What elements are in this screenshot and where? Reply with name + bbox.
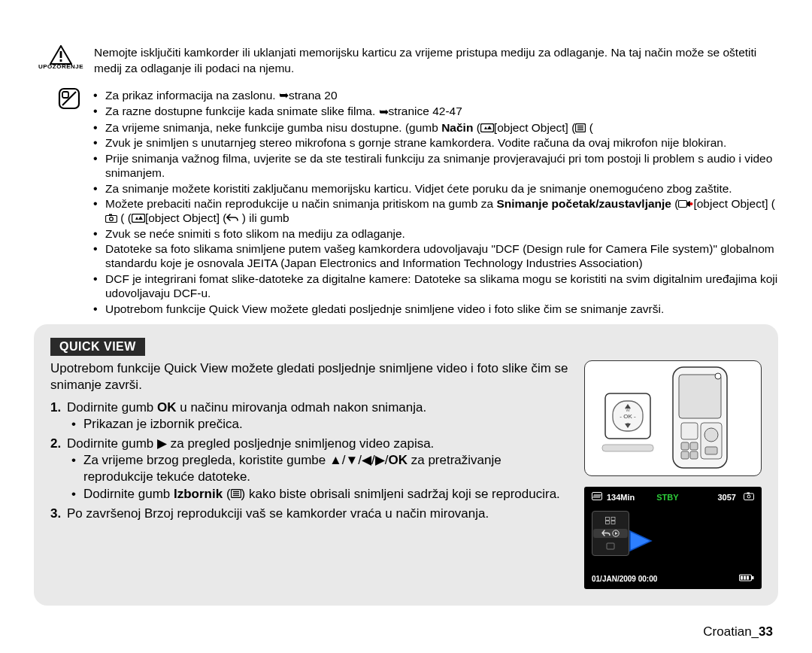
step-2-sub1: Za vrijeme brzog pregleda, koristite gum…: [67, 452, 574, 485]
back-icon: [226, 214, 238, 223]
note-ref: strana 20: [289, 89, 338, 102]
lcd-menu-row: [606, 542, 615, 550]
svg-rect-6: [480, 123, 493, 132]
svg-point-49: [747, 495, 750, 498]
note-text: Prije snimanja važnog filma, uvjerite se…: [105, 152, 772, 179]
note-text: Za vrijeme snimanja, neke funkcije gumba…: [105, 121, 441, 134]
warning-icon: [50, 45, 72, 65]
note-item: Za snimanje možete koristiti zaključanu …: [90, 181, 778, 196]
illustration-column: - OK - W T: [584, 360, 762, 589]
note-item: Zvuk je snimljen s unutarnjeg stereo mik…: [90, 135, 778, 150]
svg-rect-59: [752, 576, 754, 579]
svg-rect-50: [606, 517, 610, 520]
mode-icon: [480, 123, 494, 132]
menu-icon: [231, 489, 241, 498]
svg-point-39: [704, 428, 718, 442]
warning-text: Nemojte isključiti kamkorder ili uklanja…: [94, 45, 778, 77]
note-text: Datoteke sa foto slikama snimljene putem…: [105, 242, 774, 269]
svg-text:- OK -: - OK -: [620, 413, 636, 420]
menu-icon: [575, 123, 586, 132]
play-arrow-icon: [629, 530, 654, 554]
svg-rect-43: [681, 451, 689, 459]
lcd-screen: 134Min STBY 3057: [584, 487, 762, 589]
note-text: Zvuk se neće snimiti s foto slikom na me…: [105, 227, 405, 240]
svg-rect-33: [602, 445, 653, 451]
note-text: Upotrebom funkcije Quick View možete gle…: [105, 302, 664, 315]
mode-icon: [132, 214, 145, 223]
svg-text:W: W: [626, 408, 630, 412]
lcd-count: 3057: [718, 493, 736, 502]
svg-rect-51: [611, 517, 615, 520]
notes-block: Za prikaz informacija na zaslonu. ➥stran…: [34, 87, 778, 317]
svg-rect-48: [747, 493, 750, 494]
back-icon: [601, 530, 611, 537]
step-1: 1. Dodirnite gumb OK u načinu mirovanja …: [50, 399, 574, 433]
note-item: Za razne dostupne funkcije kada snimate …: [90, 104, 778, 120]
svg-marker-14: [687, 201, 690, 207]
note-item: Za vrijeme snimanja, neke funkcije gumba…: [90, 120, 778, 135]
note-item: Za prikaz informacija na zaslonu. ➥stran…: [90, 88, 778, 104]
svg-rect-13: [679, 200, 687, 207]
svg-rect-40: [705, 447, 717, 454]
svg-rect-44: [690, 451, 698, 459]
note-ref: stranice 42-47: [389, 105, 462, 117]
notes-list: Za prikaz informacija na zaslonu. ➥stran…: [90, 87, 778, 317]
battery-icon: [739, 574, 754, 582]
svg-rect-41: [681, 442, 689, 450]
svg-rect-53: [611, 521, 615, 524]
footer-page-number: 33: [759, 624, 773, 639]
pointer-icon: ➥: [279, 88, 289, 102]
camera-icon: [744, 492, 754, 500]
svg-rect-19: [132, 214, 144, 223]
svg-rect-42: [690, 442, 698, 450]
note-item: Prije snimanja važnog filma, uvjerite se…: [90, 151, 778, 181]
svg-rect-16: [106, 216, 117, 223]
svg-rect-37: [681, 423, 698, 439]
lcd-bottom-bar: 01/JAN/2009 00:00: [592, 575, 754, 583]
svg-marker-57: [630, 531, 651, 551]
pointer-icon: ➥: [379, 105, 389, 119]
note-item: DCF je integrirani fomat slike-datoteke …: [90, 272, 778, 301]
svg-marker-55: [615, 532, 618, 535]
note-item: Možete prebaciti način reprodukcije u na…: [90, 196, 778, 226]
camcorder-illustration: - OK - W T: [584, 360, 762, 476]
svg-marker-8: [487, 126, 492, 129]
note-text: Za prikaz informacija na zaslonu.: [105, 89, 279, 102]
svg-rect-47: [744, 494, 753, 500]
note-item: Upotrebom funkcije Quick View možete gle…: [90, 302, 778, 316]
note-text: Za snimanje možete koristiti zaključanu …: [105, 182, 732, 195]
svg-point-15: [690, 202, 693, 205]
note-item: Datoteke sa foto slikama snimljene putem…: [90, 241, 778, 271]
svg-rect-1: [60, 51, 62, 58]
warning-icon-column: UPOZORENJE: [34, 45, 88, 70]
svg-rect-2: [60, 59, 62, 62]
step-1-sub: Prikazan je izbornik prečica.: [67, 416, 574, 433]
card-icon: [592, 492, 602, 500]
svg-point-36: [715, 373, 721, 379]
svg-rect-5: [62, 92, 68, 98]
svg-point-18: [110, 217, 114, 221]
svg-rect-17: [109, 214, 112, 217]
page-footer: Croatian_33: [703, 624, 773, 639]
lcd-status: STBY: [656, 493, 678, 502]
lcd-shortcut-menu: [592, 511, 629, 556]
step-2: 2. Dodirnite gumb ▶ za pregled posljednj…: [50, 436, 574, 502]
quick-view-heading: QUICK VIEW: [50, 338, 145, 356]
warning-block: UPOZORENJE Nemojte isključiti kamkorder …: [34, 45, 778, 77]
note-text: Možete prebaciti način reprodukcije u na…: [105, 197, 496, 210]
lcd-menu-row: [605, 517, 616, 524]
note-text: Za razne dostupne funkcije kada snimate …: [105, 105, 379, 117]
camera-icon: [105, 214, 117, 223]
svg-rect-62: [747, 576, 749, 580]
step-3: 3. Po završenoj Brzoj reprodukciji vaš s…: [50, 506, 574, 522]
quick-view-intro: Upotrebom funkcije Quick View možete gle…: [50, 360, 574, 393]
svg-marker-46: [592, 494, 601, 498]
note-item: Zvuk se neće snimiti s foto slikom na me…: [90, 226, 778, 241]
lcd-datetime: 01/JAN/2009 00:00: [592, 575, 657, 583]
quick-view-text: Upotrebom funkcije Quick View možete gle…: [50, 360, 574, 589]
ok-pad-icon: - OK - W T: [601, 384, 654, 452]
step-2-sub2: Dodirnite gumb Izbornik () kako biste ob…: [67, 486, 574, 503]
camcorder-device-icon: [662, 366, 744, 471]
note-text: DCF je integrirani fomat slike-datoteke …: [105, 272, 777, 299]
svg-rect-56: [607, 543, 614, 549]
